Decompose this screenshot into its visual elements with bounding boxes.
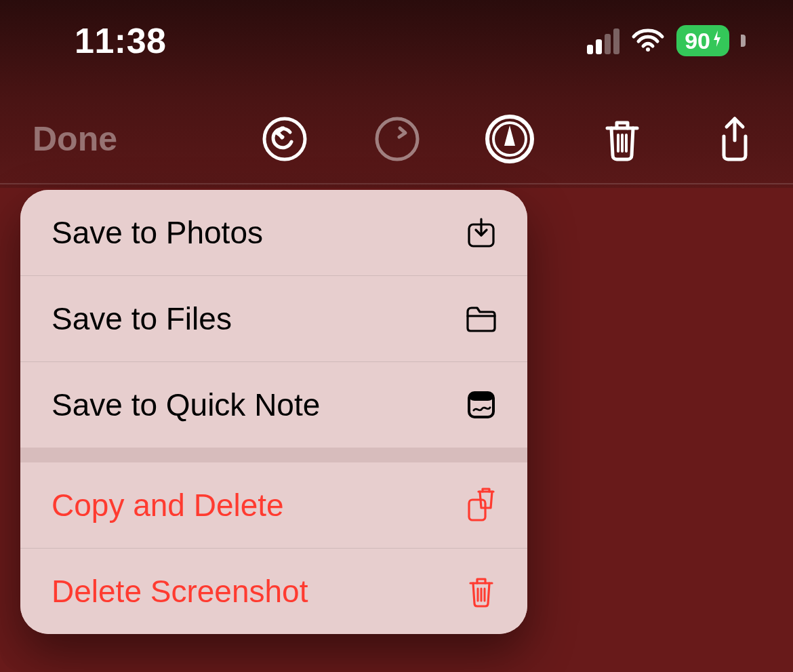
battery-percent: 90 (685, 28, 710, 54)
svg-rect-7 (469, 393, 493, 401)
done-context-menu: Save to Photos Save to Files Save to Qui… (20, 190, 527, 634)
editor-toolbar: Done (0, 95, 793, 183)
status-time: 11:38 (75, 20, 167, 61)
markup-button[interactable] (484, 113, 535, 165)
trash-icon (464, 574, 499, 609)
share-button[interactable] (709, 113, 760, 165)
menu-section-divider (20, 448, 527, 462)
menu-item-save-files[interactable]: Save to Files (20, 276, 527, 362)
menu-item-save-quicknote[interactable]: Save to Quick Note (20, 362, 527, 448)
folder-icon (464, 301, 499, 336)
undo-button[interactable] (259, 113, 310, 165)
menu-item-label: Save to Photos (52, 214, 263, 251)
done-button[interactable]: Done (33, 119, 117, 159)
status-indicators: 90 (587, 25, 746, 56)
charging-bolt-icon (712, 29, 723, 53)
svg-point-2 (377, 119, 418, 159)
toolbar-divider (0, 183, 793, 184)
menu-item-save-photos[interactable]: Save to Photos (20, 190, 527, 276)
svg-point-0 (646, 47, 650, 52)
menu-item-label: Delete Screenshot (52, 573, 308, 610)
svg-rect-8 (469, 500, 485, 520)
delete-button[interactable] (596, 113, 648, 165)
menu-item-delete-screenshot[interactable]: Delete Screenshot (20, 549, 527, 634)
menu-item-copy-and-delete[interactable]: Copy and Delete (20, 462, 527, 549)
quick-note-icon (464, 387, 499, 422)
save-to-photos-icon (464, 215, 499, 250)
svg-point-1 (264, 119, 305, 159)
menu-item-label: Copy and Delete (52, 487, 284, 523)
redo-button[interactable] (371, 113, 423, 165)
status-bar: 11:38 90 (0, 0, 793, 81)
menu-item-label: Save to Quick Note (52, 387, 320, 423)
menu-item-label: Save to Files (52, 300, 232, 337)
cellular-icon (587, 27, 619, 54)
battery-indicator: 90 (676, 25, 729, 56)
copy-delete-icon (464, 488, 499, 523)
wifi-icon (631, 26, 665, 56)
battery-nub (741, 35, 746, 47)
